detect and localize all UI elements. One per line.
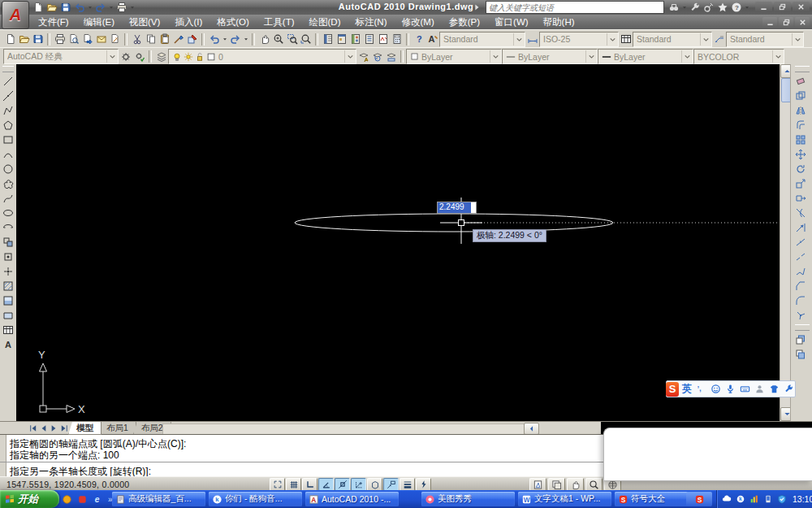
sogou-taskbar-button[interactable]: S bbox=[686, 492, 712, 506]
fillet-button[interactable] bbox=[793, 293, 808, 308]
mirror-button[interactable] bbox=[793, 103, 808, 118]
hatch-button[interactable] bbox=[0, 279, 15, 293]
array-button[interactable] bbox=[793, 132, 808, 147]
ime-mode-indicator[interactable]: 英 bbox=[682, 382, 692, 396]
explode-button[interactable] bbox=[793, 308, 808, 323]
otrack-toggle[interactable] bbox=[351, 478, 366, 491]
revision-cloud-button[interactable] bbox=[0, 176, 15, 191]
star-button[interactable] bbox=[715, 1, 729, 14]
tab-first-button[interactable] bbox=[28, 423, 38, 433]
handwriting-button[interactable] bbox=[753, 383, 766, 396]
chevron-down-icon[interactable] bbox=[585, 50, 597, 63]
sheetset-manager-button[interactable] bbox=[362, 33, 376, 46]
zoom-previous-button[interactable] bbox=[299, 33, 313, 46]
toolbar-grip[interactable] bbox=[795, 66, 810, 72]
lwt-toggle[interactable] bbox=[400, 478, 415, 491]
cut-button[interactable] bbox=[130, 33, 144, 46]
color-combo[interactable]: ByLayer bbox=[406, 49, 502, 64]
dropdown-button[interactable] bbox=[743, 1, 750, 14]
layout-tab-模型[interactable]: 模型 bbox=[68, 422, 102, 435]
menu-item-9[interactable]: 修改(M) bbox=[394, 15, 441, 30]
toolbox-button[interactable] bbox=[782, 383, 795, 396]
dropdown-button[interactable] bbox=[242, 33, 249, 46]
zoom-window-button[interactable] bbox=[285, 33, 299, 46]
workspace-combo[interactable]: AutoCAD 经典 bbox=[3, 49, 119, 64]
quickcalc-button[interactable] bbox=[390, 33, 404, 46]
shield-tray-tray-icon[interactable] bbox=[775, 493, 788, 506]
restore-button[interactable] bbox=[779, 17, 793, 27]
mleader-style-combo[interactable]: Standard bbox=[726, 32, 804, 47]
text-style-combo[interactable]: Standard bbox=[439, 32, 525, 47]
spline-button[interactable] bbox=[0, 191, 15, 206]
quick-view-drawings-button[interactable] bbox=[548, 478, 565, 491]
tab-last-button[interactable] bbox=[59, 423, 70, 433]
my-workspace-button[interactable] bbox=[132, 50, 146, 63]
close-button[interactable] bbox=[795, 17, 810, 27]
start-button[interactable]: 开始 bbox=[0, 490, 59, 508]
cloud-tray-icon[interactable] bbox=[720, 493, 733, 506]
minimize-button[interactable] bbox=[755, 2, 772, 12]
stretch-button[interactable] bbox=[793, 191, 808, 206]
region-button[interactable] bbox=[0, 308, 15, 323]
wrench-button[interactable] bbox=[688, 1, 702, 14]
smiley-button[interactable] bbox=[709, 383, 722, 396]
menu-item-3[interactable]: 视图(V) bbox=[122, 15, 167, 30]
help-circle-button[interactable]: ? bbox=[729, 1, 743, 14]
taskbar-task[interactable]: 高级编辑器_百... bbox=[112, 492, 205, 506]
draworder-send-to-back-button[interactable] bbox=[793, 347, 808, 362]
osnap-toggle[interactable] bbox=[335, 478, 350, 491]
horizontal-scrollbar-track[interactable] bbox=[162, 423, 525, 435]
chevron-down-icon[interactable] bbox=[607, 33, 618, 46]
ducs-toggle[interactable] bbox=[367, 478, 382, 491]
layer-combo[interactable]: 0 bbox=[168, 49, 356, 64]
help-button[interactable]: ? bbox=[412, 33, 425, 46]
rectangle-button[interactable] bbox=[0, 132, 15, 147]
taskbar-task[interactable]: k你们 - 酷狗音... bbox=[209, 492, 302, 506]
menu-item-5[interactable]: 格式(O) bbox=[209, 15, 257, 30]
search-go-button[interactable] bbox=[469, 1, 483, 14]
print-button[interactable] bbox=[53, 33, 67, 46]
insert-block-button[interactable] bbox=[0, 235, 15, 250]
tab-prev-button[interactable] bbox=[38, 423, 49, 433]
chamfer-button[interactable] bbox=[793, 279, 808, 293]
dim-style-button[interactable] bbox=[525, 33, 539, 46]
menu-item-6[interactable]: 工具(T) bbox=[257, 15, 302, 30]
construction-line-button[interactable] bbox=[0, 89, 15, 103]
ortho-toggle[interactable] bbox=[302, 478, 317, 491]
skin-button[interactable] bbox=[767, 383, 780, 396]
workspace-settings-gear-button[interactable] bbox=[119, 50, 132, 63]
break-button[interactable] bbox=[793, 250, 808, 264]
pan-status-button[interactable] bbox=[567, 478, 584, 491]
sun-icon[interactable] bbox=[184, 52, 193, 62]
arc-button[interactable] bbox=[0, 147, 15, 162]
polar-toggle[interactable] bbox=[318, 478, 334, 491]
sogou-logo-icon[interactable]: S bbox=[666, 382, 679, 397]
chevron-down-icon[interactable] bbox=[344, 50, 356, 63]
new-button[interactable] bbox=[3, 33, 17, 46]
keyboard-button[interactable] bbox=[738, 383, 751, 396]
drawing-canvas[interactable]: Y X 2.2499 极轴: 2.2499 < 0° bbox=[16, 64, 780, 421]
dropdown-button[interactable] bbox=[680, 1, 688, 14]
copy-object-button[interactable] bbox=[793, 89, 808, 103]
open-button[interactable] bbox=[17, 33, 31, 46]
designcenter-button[interactable] bbox=[335, 33, 348, 46]
properties-button[interactable] bbox=[321, 33, 335, 46]
taskbar-task[interactable]: AAutoCAD 2010 -... bbox=[305, 492, 399, 506]
table-button[interactable] bbox=[0, 323, 15, 337]
snap-toggle[interactable] bbox=[270, 478, 285, 491]
application-menu-button[interactable]: A bbox=[2, 1, 29, 29]
plot-style-combo[interactable]: BYCOLOR bbox=[693, 49, 784, 64]
table-style-combo[interactable]: Standard bbox=[633, 32, 712, 47]
polygon-button[interactable] bbox=[0, 118, 15, 132]
offset-button[interactable] bbox=[793, 118, 808, 132]
coordinates-display[interactable]: 1547.5519, 1920.4509, 0.0000 bbox=[6, 480, 129, 489]
ellipse-arc-button[interactable] bbox=[0, 220, 15, 235]
copy-button[interactable] bbox=[144, 33, 158, 46]
dim-style-combo[interactable]: ISO-25 bbox=[539, 32, 619, 47]
chevron-down-icon[interactable] bbox=[772, 50, 784, 63]
lock-open-icon[interactable] bbox=[195, 52, 205, 62]
grid-toggle[interactable] bbox=[286, 478, 301, 491]
extend-button[interactable] bbox=[793, 220, 808, 235]
markup-manager-button[interactable] bbox=[376, 33, 390, 46]
gradient-button[interactable] bbox=[0, 293, 15, 308]
